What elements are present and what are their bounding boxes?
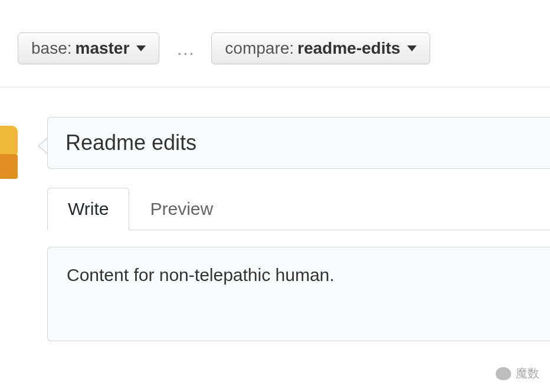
pr-title-input[interactable] [47,117,550,169]
compare-label: compare: [225,39,294,58]
watermark-text: 魔数 [516,365,539,381]
compare-branch-name: readme-edits [297,39,400,58]
watermark: 魔数 [496,365,539,381]
pr-form-area: OT Write Preview Content for non-telepat… [0,87,550,341]
editor-tabs: Write Preview [47,188,550,230]
caret-down-icon [407,45,417,51]
speech-pointer-icon [38,138,47,154]
base-branch-name: master [76,39,130,58]
tab-preview[interactable]: Preview [129,188,234,230]
form-column: Write Preview Content for non-telepathic… [47,117,550,341]
caret-down-icon [136,45,146,51]
comment-box: Content for non-telepathic human. [47,247,550,341]
wechat-icon [496,367,511,380]
avatar-body [0,154,18,179]
user-avatar: OT [0,126,24,185]
pr-body-textarea[interactable]: Content for non-telepathic human. [67,265,531,305]
tab-write[interactable]: Write [47,188,129,230]
base-branch-button[interactable]: base: master [18,32,159,64]
base-label: base: [31,39,72,58]
avatar-head [0,126,18,155]
branch-selector-bar: base: master … compare: readme-edits [0,0,550,87]
compare-branch-button[interactable]: compare: readme-edits [211,32,430,64]
branch-ellipsis: … [176,38,195,60]
